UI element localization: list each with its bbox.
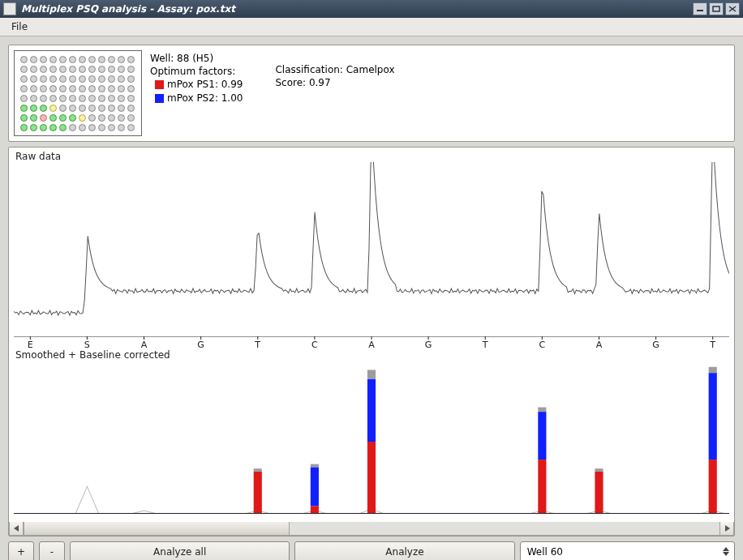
- well-cell[interactable]: [118, 66, 125, 73]
- well-cell[interactable]: [49, 56, 57, 63]
- well-cell[interactable]: [40, 124, 47, 131]
- well-cell[interactable]: [69, 105, 76, 112]
- well-cell[interactable]: [118, 95, 125, 102]
- scroll-track[interactable]: [24, 522, 719, 535]
- well-cell[interactable]: [49, 75, 57, 83]
- well-cell[interactable]: [20, 56, 28, 63]
- well-cell[interactable]: [30, 105, 37, 112]
- minimize-button[interactable]: [693, 2, 707, 15]
- well-cell[interactable]: [127, 124, 135, 131]
- well-cell[interactable]: [69, 75, 76, 83]
- well-cell[interactable]: [30, 85, 37, 92]
- well-cell[interactable]: [40, 56, 47, 63]
- well-cell[interactable]: [88, 114, 96, 122]
- well-cell[interactable]: [40, 114, 47, 122]
- well-cell[interactable]: [98, 75, 105, 83]
- close-button[interactable]: [725, 2, 740, 15]
- well-cell[interactable]: [108, 95, 115, 102]
- well-cell[interactable]: [88, 105, 96, 112]
- well-cell[interactable]: [127, 105, 135, 112]
- well-cell[interactable]: [30, 124, 37, 131]
- zoom-out-button[interactable]: -: [39, 541, 65, 560]
- raw-chart[interactable]: [14, 162, 729, 336]
- well-cell[interactable]: [30, 114, 37, 122]
- scroll-thumb[interactable]: [24, 522, 290, 535]
- well-cell[interactable]: [79, 114, 86, 122]
- maximize-button[interactable]: [709, 2, 724, 15]
- well-cell[interactable]: [79, 124, 86, 131]
- well-cell[interactable]: [20, 124, 28, 131]
- well-cell[interactable]: [20, 105, 28, 112]
- well-cell[interactable]: [69, 85, 76, 92]
- well-cell[interactable]: [127, 75, 135, 83]
- well-cell[interactable]: [30, 56, 37, 63]
- well-cell[interactable]: [79, 56, 86, 63]
- well-cell[interactable]: [40, 75, 47, 83]
- well-cell[interactable]: [118, 124, 125, 131]
- well-cell[interactable]: [49, 95, 57, 102]
- menu-file[interactable]: File: [6, 19, 32, 34]
- well-cell[interactable]: [20, 85, 28, 92]
- well-cell[interactable]: [108, 124, 115, 131]
- well-cell[interactable]: [118, 85, 125, 92]
- well-cell[interactable]: [59, 105, 67, 112]
- well-cell[interactable]: [98, 66, 105, 73]
- well-cell[interactable]: [40, 85, 47, 92]
- well-cell[interactable]: [108, 114, 115, 122]
- well-cell[interactable]: [108, 75, 115, 83]
- well-cell[interactable]: [108, 66, 115, 73]
- well-cell[interactable]: [127, 95, 135, 102]
- well-cell[interactable]: [88, 124, 96, 131]
- well-cell[interactable]: [20, 75, 28, 83]
- well-cell[interactable]: [127, 66, 135, 73]
- analyze-all-button[interactable]: Analyze all: [70, 541, 290, 560]
- well-cell[interactable]: [69, 114, 76, 122]
- well-cell[interactable]: [88, 85, 96, 92]
- well-cell[interactable]: [108, 56, 115, 63]
- well-cell[interactable]: [69, 124, 76, 131]
- well-cell[interactable]: [30, 75, 37, 83]
- well-cell[interactable]: [49, 66, 57, 73]
- well-cell[interactable]: [79, 66, 86, 73]
- well-cell[interactable]: [79, 85, 86, 92]
- well-cell[interactable]: [59, 75, 67, 83]
- well-cell[interactable]: [108, 105, 115, 112]
- well-cell[interactable]: [88, 75, 96, 83]
- well-cell[interactable]: [69, 56, 76, 63]
- well-cell[interactable]: [79, 75, 86, 83]
- well-cell[interactable]: [59, 114, 67, 122]
- well-cell[interactable]: [98, 105, 105, 112]
- zoom-in-button[interactable]: +: [8, 541, 34, 560]
- well-cell[interactable]: [59, 95, 67, 102]
- well-cell[interactable]: [30, 66, 37, 73]
- well-cell[interactable]: [49, 105, 57, 112]
- well-cell[interactable]: [79, 95, 86, 102]
- well-cell[interactable]: [98, 56, 105, 63]
- well-cell[interactable]: [30, 95, 37, 102]
- well-cell[interactable]: [59, 56, 67, 63]
- well-cell[interactable]: [59, 85, 67, 92]
- well-cell[interactable]: [49, 85, 57, 92]
- well-cell[interactable]: [118, 56, 125, 63]
- analyze-button[interactable]: Analyze: [294, 541, 514, 560]
- smoothed-chart[interactable]: [14, 361, 729, 517]
- well-plate[interactable]: [14, 50, 142, 136]
- well-cell[interactable]: [127, 85, 135, 92]
- well-cell[interactable]: [118, 105, 125, 112]
- well-cell[interactable]: [98, 85, 105, 92]
- well-cell[interactable]: [118, 114, 125, 122]
- well-cell[interactable]: [40, 105, 47, 112]
- scroll-left-button[interactable]: [10, 522, 24, 535]
- well-cell[interactable]: [20, 114, 28, 122]
- well-cell[interactable]: [127, 114, 135, 122]
- well-cell[interactable]: [40, 66, 47, 73]
- well-cell[interactable]: [88, 95, 96, 102]
- well-cell[interactable]: [49, 114, 57, 122]
- well-cell[interactable]: [69, 95, 76, 102]
- well-cell[interactable]: [108, 85, 115, 92]
- well-cell[interactable]: [79, 105, 86, 112]
- well-cell[interactable]: [98, 124, 105, 131]
- well-cell[interactable]: [40, 95, 47, 102]
- well-cell[interactable]: [69, 66, 76, 73]
- scroll-right-button[interactable]: [719, 522, 733, 535]
